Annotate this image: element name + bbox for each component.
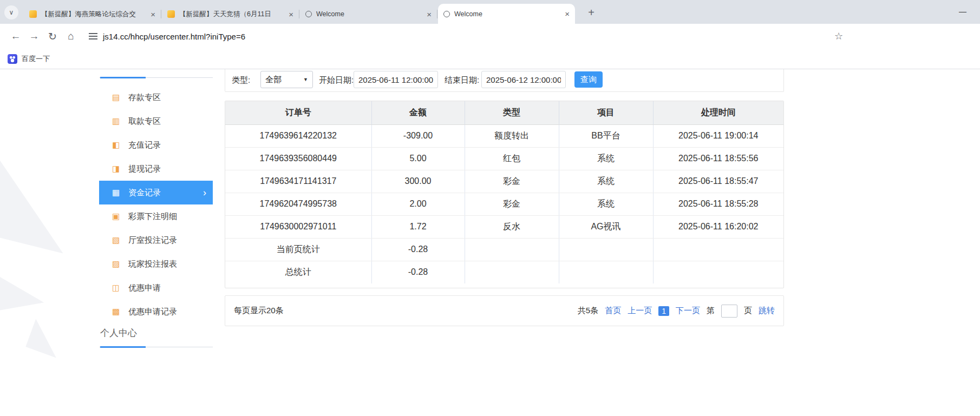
tab-close-icon[interactable]: ×: [565, 9, 570, 18]
sidebar-item-player-bet-report[interactable]: ▨ 玩家投注报表: [99, 252, 213, 276]
col-header-project: 项目: [559, 101, 653, 124]
browser-tab-1[interactable]: 【新提醒】海燕策略论坛综合交 ×: [24, 4, 161, 24]
cell-type: 反水: [465, 215, 559, 238]
cell-order-no: 1749639356080449: [225, 147, 371, 170]
reload-button[interactable]: ↻: [43, 27, 62, 45]
cell-empty: [559, 261, 653, 283]
mail-icon: [29, 10, 37, 18]
cell-stats-label: 总统计: [225, 261, 371, 283]
end-date-input[interactable]: [481, 71, 566, 88]
pagination-controls: 共5条 首页 上一页 1 下一页 第 页 跳转: [578, 305, 775, 318]
tab-close-icon[interactable]: ×: [427, 10, 432, 19]
cell-type: 额度转出: [465, 124, 559, 147]
col-header-amount: 金额: [371, 101, 465, 124]
cell-project: AG视讯: [559, 215, 653, 238]
address-bar[interactable]: js14.cc/hhcp/usercenter.html?iniType=6: [103, 32, 245, 41]
browser-tab-4-active[interactable]: Welcome ×: [438, 4, 575, 24]
prev-page-link[interactable]: 上一页: [628, 306, 652, 316]
cell-order-no: 1749634171141317: [225, 170, 371, 193]
cell-amount: -309.00: [371, 124, 465, 147]
cell-stats-label: 当前页统计: [225, 238, 371, 261]
table-row: 1749639356080449 5.00 红包 系统 2025-06-11 1…: [225, 147, 783, 170]
tab-title: Welcome: [316, 10, 423, 18]
back-button[interactable]: ←: [6, 27, 25, 45]
deposit-card-icon: ▤: [111, 93, 121, 102]
jump-action-link[interactable]: 跳转: [759, 306, 775, 316]
tab-close-icon[interactable]: ×: [151, 10, 155, 19]
tab-close-icon[interactable]: ×: [289, 10, 293, 19]
total-count-label: 共5条: [578, 306, 598, 316]
forward-button[interactable]: →: [25, 27, 43, 45]
sidebar-item-label: 取款专区: [128, 116, 161, 127]
cell-empty: [653, 261, 783, 283]
sidebar-item-funds-records[interactable]: ▦ 资金记录 ›: [99, 181, 213, 204]
bookmarks-bar: 百度一下: [0, 49, 980, 69]
jump-label-pre: 第: [707, 306, 715, 316]
search-button[interactable]: 查询: [574, 71, 603, 88]
recharge-icon: ◧: [111, 140, 121, 150]
type-filter-label: 类型:: [232, 75, 250, 85]
col-header-order-no: 订单号: [225, 101, 371, 124]
first-page-link[interactable]: 首页: [605, 306, 621, 316]
table-row: 1749634171141317 300.00 彩金 系统 2025-06-11…: [225, 170, 783, 193]
window-minimize-button[interactable]: —: [951, 3, 975, 19]
sidebar-item-label: 优惠申请: [128, 283, 161, 293]
sidebar-item-withdraw-records[interactable]: ◨ 提现记录: [99, 157, 213, 181]
withdraw-record-icon: ◨: [111, 164, 121, 174]
funds-table: 订单号 金额 类型 项目 处理时间 1749639614220132 -309.…: [225, 101, 783, 283]
cell-order-no: 1749630002971011: [225, 215, 371, 238]
promo-record-icon: ▩: [111, 307, 121, 316]
cell-amount: 1.72: [371, 215, 465, 238]
col-header-type: 类型: [465, 101, 559, 124]
bookmark-item-baidu[interactable]: 百度一下: [22, 54, 50, 64]
page-content: 财务中心 ▤ 存款专区 ▥ 取款专区 ◧ 充值记录 ◨ 提现记录 ▦ 资金记录: [0, 69, 980, 416]
sidebar-section-finance: 财务中心: [99, 69, 213, 78]
browser-tab-2[interactable]: 【新提醒】天天竞猜（6月11日 ×: [162, 4, 299, 24]
type-select-value: 全部: [265, 75, 282, 85]
home-button[interactable]: ⌂: [62, 27, 80, 45]
type-select[interactable]: 全部 ▼: [260, 71, 313, 88]
start-date-label: 开始日期:: [319, 75, 354, 85]
sidebar-item-promo-apply-records[interactable]: ▩ 优惠申请记录: [99, 300, 213, 323]
player-report-icon: ▨: [111, 259, 121, 269]
cell-time: 2025-06-11 18:55:28: [653, 193, 783, 215]
jump-label-post: 页: [744, 306, 752, 316]
new-tab-button[interactable]: +: [584, 5, 599, 20]
current-page-indicator[interactable]: 1: [658, 306, 669, 316]
col-header-time: 处理时间: [653, 101, 783, 124]
tab-title: Welcome: [454, 10, 561, 18]
tab-search-button[interactable]: ∨: [4, 5, 18, 19]
sidebar-item-deposit-zone[interactable]: ▤ 存款专区: [99, 85, 213, 109]
cell-order-no: 1749620474995738: [225, 193, 371, 215]
cell-amount: 2.00: [371, 193, 465, 215]
cell-empty: [653, 238, 783, 261]
sidebar-section-personal: 个人中心: [99, 326, 213, 347]
lottery-icon: ▣: [111, 212, 121, 221]
cell-type: 彩金: [465, 193, 559, 215]
next-page-link[interactable]: 下一页: [676, 306, 700, 316]
browser-window: ∨ 【新提醒】海燕策略论坛综合交 × 【新提醒】天天竞猜（6月11日 × Wel…: [0, 0, 980, 416]
sidebar-item-label: 充值记录: [128, 140, 161, 150]
cell-project: 系统: [559, 147, 653, 170]
table-row-total-stats: 总统计 -0.28: [225, 261, 783, 283]
browser-tab-3[interactable]: Welcome ×: [300, 4, 437, 24]
sidebar-item-label: 提现记录: [128, 164, 161, 174]
start-date-input[interactable]: [354, 71, 438, 88]
cell-time: 2025-06-11 16:20:02: [653, 215, 783, 238]
cell-empty: [559, 238, 653, 261]
tab-title: 【新提醒】天天竞猜（6月11日: [179, 10, 285, 19]
sidebar-item-lottery-bet-details[interactable]: ▣ 彩票下注明细: [99, 204, 213, 228]
funds-icon: ▦: [111, 188, 121, 197]
cell-amount: -0.28: [371, 261, 465, 283]
promo-icon: ◫: [111, 283, 121, 293]
sidebar-item-promo-apply[interactable]: ◫ 优惠申请: [99, 276, 213, 300]
section-title: 个人中心: [100, 327, 137, 339]
sidebar-item-withdraw-zone[interactable]: ▥ 取款专区: [99, 109, 213, 133]
bookmark-star-icon[interactable]: ☆: [831, 29, 847, 43]
sidebar-item-recharge-records[interactable]: ◧ 充值记录: [99, 133, 213, 157]
sidebar-item-label: 资金记录: [128, 188, 161, 198]
jump-page-input[interactable]: [721, 305, 737, 318]
sidebar-item-hall-bet-records[interactable]: ▧ 厅室投注记录: [99, 228, 213, 252]
site-settings-icon[interactable]: [89, 33, 97, 39]
cell-project: 系统: [559, 170, 653, 193]
